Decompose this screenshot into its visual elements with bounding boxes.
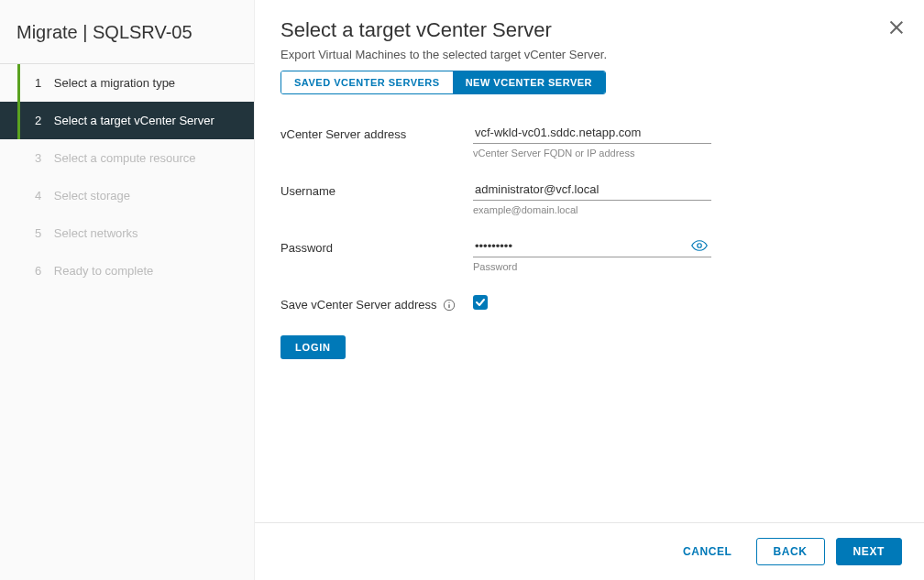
wizard-sidebar: Migrate | SQLSRV-05 1 Select a migration… [0,0,255,580]
page-title: Select a target vCenter Server [280,18,898,42]
cancel-button[interactable]: CANCEL [670,538,745,565]
label-save-address-text: Save vCenter Server address [280,298,437,312]
tab-new-server[interactable]: NEW VCENTER SERVER [453,71,605,93]
step-1-migration-type[interactable]: 1 Select a migration type [0,64,254,102]
show-password-icon[interactable] [691,237,708,257]
vcenter-address-input[interactable] [473,122,711,144]
label-username: Username [280,179,473,198]
step-2-target-vcenter[interactable]: 2 Select a target vCenter Server [0,102,254,139]
password-input[interactable] [473,235,711,257]
wizard-steps: 1 Select a migration type 2 Select a tar… [0,63,254,290]
hint-vcenter-address: vCenter Server FQDN or IP address [473,148,711,159]
step-label: Select a migration type [54,76,175,90]
step-6-ready: 6 Ready to complete [0,252,254,290]
step-4-storage: 4 Select storage [0,177,254,214]
step-number: 1 [35,76,41,90]
step-number: 4 [35,189,41,202]
step-number: 6 [35,264,41,278]
step-number: 3 [35,151,41,165]
close-icon[interactable] [889,20,904,35]
back-button[interactable]: BACK [756,538,825,565]
form-area: vCenter Server address vCenter Server FQ… [255,100,924,522]
label-password: Password [280,235,473,255]
step-number: 5 [35,226,41,240]
hint-username: example@domain.local [473,204,711,215]
svg-point-3 [448,301,449,302]
row-username: Username example@domain.local [280,179,898,215]
vcenter-tabs: SAVED VCENTER SERVERS NEW VCENTER SERVER [280,71,606,94]
step-number: 2 [35,114,41,127]
row-password: Password Password [280,235,898,272]
main-header: Select a target vCenter Server Export Vi… [255,0,924,100]
row-save-address: Save vCenter Server address [280,292,898,312]
svg-point-0 [698,244,702,248]
page-subtitle: Export Virtual Machines to the selected … [280,48,898,61]
tab-saved-servers[interactable]: SAVED VCENTER SERVERS [281,71,453,93]
login-button[interactable]: LOGIN [280,335,346,359]
step-label: Select a target vCenter Server [54,114,214,127]
step-3-compute-resource: 3 Select a compute resource [0,139,254,177]
info-icon[interactable] [443,299,456,312]
save-address-checkbox[interactable] [473,295,488,310]
step-5-networks: 5 Select networks [0,214,254,252]
label-save-address: Save vCenter Server address [280,292,473,312]
step-label: Select networks [54,226,138,240]
main-panel: Select a target vCenter Server Export Vi… [255,0,924,580]
username-input[interactable] [473,179,711,201]
step-label: Select storage [54,189,130,202]
hint-password: Password [473,261,711,272]
wizard-footer: CANCEL BACK NEXT [255,522,924,580]
row-vcenter-address: vCenter Server address vCenter Server FQ… [280,122,898,159]
next-button[interactable]: NEXT [836,538,902,565]
step-label: Select a compute resource [54,151,196,165]
wizard-title: Migrate | SQLSRV-05 [0,0,254,63]
step-label: Ready to complete [54,264,153,278]
label-vcenter-address: vCenter Server address [280,122,473,141]
